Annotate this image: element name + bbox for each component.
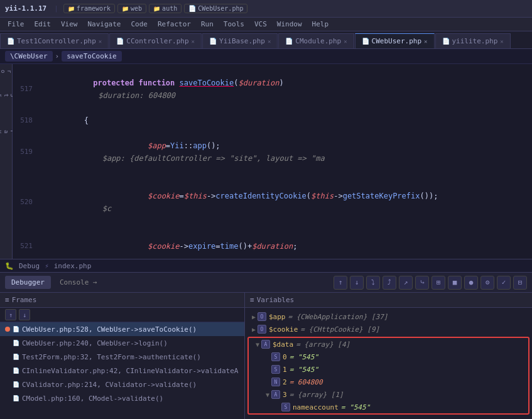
- debug-btn-step-into[interactable]: ⤴: [383, 276, 396, 290]
- debug-panel: Debugger Console → ↑ ↓ ⤵ ⤴ ↗ ⤷ ⊞ ■ ● ⚙ ✓…: [0, 273, 532, 419]
- tab-yiibase[interactable]: 📄 YiiBase.php ✕: [202, 33, 278, 48]
- menu-bar: File Edit View Navigate Code Refactor Ru…: [0, 18, 532, 31]
- title-tab-web[interactable]: 📁 web: [117, 4, 146, 13]
- title-tab-group: 📁 framework 📁 web 📁 auth 📄 CWebUser.php: [63, 4, 248, 13]
- frame-item-3[interactable]: 📄 Test2Form.php:32, Test2Form->authentic…: [0, 350, 244, 364]
- menu-file[interactable]: File: [3, 19, 30, 30]
- close-icon-yl[interactable]: ✕: [500, 38, 503, 45]
- folder-icon3: 📁: [153, 6, 160, 12]
- var-icon-d1: S: [271, 365, 280, 374]
- expand-data[interactable]: ▼: [254, 340, 261, 348]
- var-item-data[interactable]: ▼ A $data = {array} [4]: [249, 338, 528, 351]
- frame-label-2: CWebUser.php:240, CWebUser->login(): [22, 339, 168, 347]
- menu-navigate[interactable]: Navigate: [83, 19, 126, 30]
- frames-up-btn[interactable]: ↑: [5, 309, 16, 320]
- var-item-cookie[interactable]: ▶ O $cookie = {CHttpCookie} [9]: [245, 323, 532, 335]
- debug-icon: 🐛: [5, 262, 14, 270]
- frames-panel: ≡ Frames ↑ ↓ 📄 CWebUser.php:528, CWebUse…: [0, 293, 245, 419]
- debug-btn-step-over[interactable]: ⤵: [366, 276, 380, 290]
- folder-icon: 📁: [68, 6, 75, 12]
- tab-console[interactable]: Console →: [53, 276, 104, 289]
- php-icon-cm: 📄: [285, 38, 293, 45]
- close-icon-cwu[interactable]: ✕: [424, 38, 427, 45]
- code-editor[interactable]: 517 protected function saveToCookie($dur…: [13, 64, 532, 259]
- menu-edit[interactable]: Edit: [30, 19, 57, 30]
- line-container: 517 protected function saveToCookie($dur…: [13, 64, 532, 259]
- title-tab-cwebuser[interactable]: 📄 CWebUser.php: [184, 4, 247, 13]
- var-item-data-3[interactable]: ▼ A 3 = {array} [1]: [249, 388, 528, 401]
- menu-code[interactable]: Code: [126, 19, 153, 30]
- sidebar-favorites[interactable]: Fav: [1, 127, 11, 137]
- debug-label: Debug: [19, 262, 40, 270]
- menu-tools[interactable]: Tools: [219, 19, 249, 30]
- var-icon-d2: N: [271, 378, 280, 386]
- debug-btn-up[interactable]: ↑: [334, 276, 347, 290]
- code-line-519: 519 $app=Yii::app(); $app: {defaultContr…: [13, 127, 532, 177]
- title-bar: yii-1.1.17 | 📁 framework 📁 web 📁 auth 📄 …: [0, 0, 532, 18]
- debug-btn-eval[interactable]: ⊞: [432, 276, 445, 290]
- frame-label-4: CInlineValidator.php:42, CInlineValidato…: [22, 367, 238, 375]
- expand-d3[interactable]: ▼: [264, 391, 271, 398]
- frame-item-5[interactable]: 📄 CValidator.php:214, CValidator->valida…: [0, 378, 244, 391]
- frame-label-6: CModel.php:160, CModel->validate(): [22, 395, 163, 403]
- var-item-app[interactable]: ▶ O $app = {CWebApplication} [37]: [245, 310, 532, 323]
- menu-view[interactable]: View: [56, 19, 83, 30]
- tab-cmodule[interactable]: 📄 CModule.php ✕: [278, 33, 354, 48]
- menu-vcs[interactable]: VCS: [249, 19, 272, 30]
- frames-header: ≡ Frames: [0, 293, 244, 308]
- debug-content: ≡ Frames ↑ ↓ 📄 CWebUser.php:528, CWebUse…: [0, 293, 532, 419]
- close-icon-t1[interactable]: ✕: [99, 38, 102, 45]
- frame-dot-1: [5, 327, 10, 332]
- menu-refactor[interactable]: Refactor: [153, 19, 196, 30]
- code-line-520: 520 $cookie=$this->createIdentityCookie(…: [13, 177, 532, 227]
- frames-toolbar: ↑ ↓: [0, 308, 244, 322]
- frames-down-btn[interactable]: ↓: [19, 309, 30, 320]
- expand-d2: [264, 378, 271, 386]
- var-item-data-2[interactable]: N 2 = 604800: [249, 376, 528, 388]
- editor-area: Proj Str Fav 517 protected function save…: [0, 64, 532, 259]
- tab-debugger[interactable]: Debugger: [5, 276, 51, 289]
- debug-btn-down[interactable]: ↓: [350, 276, 364, 290]
- var-item-data-1[interactable]: S 1 = "545": [249, 363, 528, 376]
- code-line-521: 521 $cookie->expire=time()+$duration;: [13, 227, 532, 259]
- debug-btn-settings[interactable]: ⚙: [480, 276, 494, 290]
- var-icon-app: O: [258, 312, 266, 321]
- breadcrumb: \CWebUser › saveToCookie: [0, 49, 532, 64]
- app-title: yii-1.1.17: [5, 4, 46, 13]
- var-item-data-0[interactable]: S 0 = "545": [249, 351, 528, 363]
- code-line-518: 518 {: [13, 114, 532, 127]
- sidebar-structure[interactable]: Str: [1, 90, 11, 101]
- close-icon-yb[interactable]: ✕: [268, 38, 271, 45]
- variables-panel: ≡ Variables ▶ O $app = {CWebApplication}…: [245, 293, 532, 419]
- debug-btn-record[interactable]: ●: [464, 276, 478, 290]
- tab-test1controller[interactable]: 📄 Test1Controller.php ✕: [0, 33, 109, 48]
- expand-app[interactable]: ▶: [250, 313, 258, 320]
- tab-ccontroller[interactable]: 📄 CController.php ✕: [109, 33, 202, 48]
- frame-item-1[interactable]: 📄 CWebUser.php:528, CWebUser->saveToCook…: [0, 322, 244, 336]
- menu-window[interactable]: Window: [272, 19, 307, 30]
- title-tab-auth[interactable]: 📁 auth: [149, 4, 182, 13]
- var-item-nameaccount[interactable]: S nameaccount = "545": [249, 401, 528, 413]
- close-icon-cm[interactable]: ✕: [344, 38, 347, 45]
- debug-btn-check[interactable]: ✓: [497, 276, 511, 290]
- variables-header: ≡ Variables: [245, 293, 532, 308]
- debug-btn-run-cursor[interactable]: ⤷: [415, 276, 429, 290]
- debug-btn-stop[interactable]: ■: [448, 276, 462, 290]
- tab-yiilite[interactable]: 📄 yiilite.php ✕: [435, 33, 511, 48]
- expand-cookie[interactable]: ▶: [250, 325, 258, 333]
- debug-btn-step-out[interactable]: ↗: [399, 276, 413, 290]
- variables-label: Variables: [257, 296, 295, 304]
- debug-btn-grid[interactable]: ⊟: [513, 276, 527, 290]
- breadcrumb-cwebuser[interactable]: \CWebUser: [5, 51, 53, 62]
- menu-run[interactable]: Run: [196, 19, 219, 30]
- breadcrumb-savetocookie[interactable]: saveToCookie: [62, 51, 121, 62]
- php-icon: 📄: [188, 5, 196, 12]
- menu-help[interactable]: Help: [307, 19, 334, 30]
- frame-item-4[interactable]: 📄 CInlineValidator.php:42, CInlineValida…: [0, 364, 244, 378]
- sidebar-project[interactable]: Proj: [1, 67, 11, 77]
- tab-cwebuser[interactable]: 📄 CWebUser.php ✕: [355, 33, 435, 48]
- close-icon-cc[interactable]: ✕: [192, 38, 195, 45]
- frame-item-6[interactable]: 📄 CModel.php:160, CModel->validate(): [0, 391, 244, 405]
- title-tab-framework[interactable]: 📁 framework: [63, 4, 115, 13]
- frame-item-2[interactable]: 📄 CWebUser.php:240, CWebUser->login(): [0, 336, 244, 350]
